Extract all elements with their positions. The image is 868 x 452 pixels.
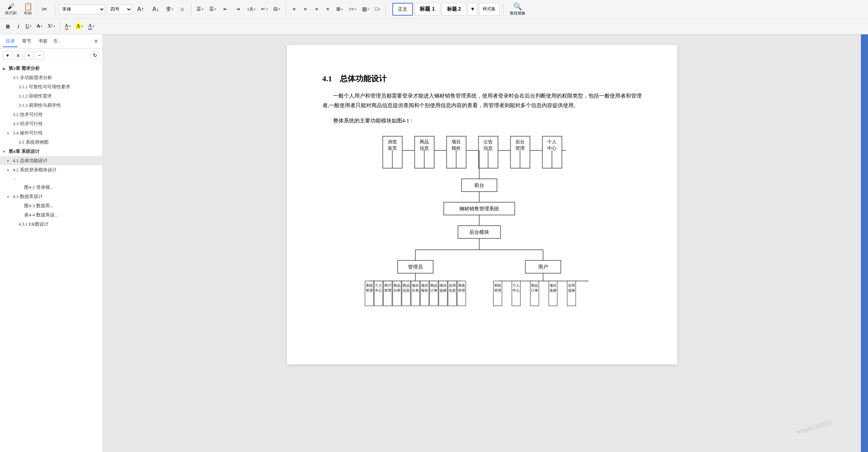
tab-toc[interactable]: 目录 — [3, 36, 18, 47]
decrease-font-btn[interactable]: A↓ — [149, 4, 162, 14]
super-sub-btn[interactable]: X² ▾ — [46, 21, 57, 31]
remove-btn[interactable]: − — [35, 51, 44, 60]
align-extra-btn[interactable]: ⊞ ▾ — [335, 4, 345, 14]
toc-item-35[interactable]: 3.5 系统用例图 — [0, 138, 103, 147]
highlight-btn[interactable]: A ▾ — [74, 21, 85, 31]
svg-text:选择: 选择 — [568, 288, 575, 292]
svg-text:公告: 公告 — [483, 139, 493, 144]
right-sidebar-tab[interactable] — [864, 70, 865, 76]
svg-text:首页: 首页 — [388, 145, 397, 151]
tab-chapter[interactable]: 章节 — [19, 36, 34, 47]
super-sub-arrow: ▾ — [54, 24, 55, 28]
find-replace-btn[interactable]: 🔍 查找替换 — [507, 1, 528, 17]
svg-text:管理: 管理 — [494, 288, 501, 292]
flowchart-container: 浏览 首页 商品 信息 项目 报价 公告 信息 — [322, 133, 642, 317]
align-left-btn[interactable]: ≡ — [289, 4, 299, 14]
toc-item-312[interactable]: 3.1.2 容错性需求 — [0, 92, 103, 101]
format-painter-btn[interactable]: 🖌 格式刷 — [3, 2, 19, 17]
cut-icon: ✂ — [42, 6, 48, 13]
flowchart-svg: 浏览 首页 商品 信息 项目 报价 公告 信息 — [361, 133, 603, 317]
add-btn[interactable]: + — [24, 51, 33, 60]
paste-btn[interactable]: 📋 粘贴 — [21, 2, 35, 17]
list-bullet-arrow: ▾ — [202, 7, 204, 11]
toc-item-311[interactable]: 3.1.1 可靠性与可用性要求 — [0, 82, 103, 92]
toc-item-fig42[interactable]: 图4-2 登录模... — [0, 183, 103, 192]
line-spacing-btn[interactable]: ↕≡ ▾ — [347, 4, 358, 14]
align-justify-btn[interactable]: ≡ — [323, 4, 332, 14]
align-right-btn[interactable]: ≡ — [312, 4, 321, 14]
cut-btn[interactable]: ✂ — [37, 5, 51, 14]
expand-btn[interactable]: ▾ — [3, 51, 12, 60]
toc-item-fig43[interactable]: 图4-3 数据库... — [0, 201, 103, 210]
font-color-btn[interactable]: A ▾ — [63, 21, 73, 31]
svg-text:项目: 项目 — [452, 139, 461, 144]
toc-item-ch3[interactable]: ▶ 第3章 需求分析 — [0, 64, 103, 73]
toc-label-42: 4.2 系统登录模块设计 — [13, 167, 57, 173]
indent-increase-btn[interactable]: ⇥ — [233, 4, 243, 14]
align-center-btn[interactable]: ≡ — [301, 4, 310, 14]
strikethrough-btn[interactable]: A ▾ — [35, 21, 44, 31]
shading-arrow: ▾ — [367, 7, 369, 11]
normal-style-btn[interactable]: 正文 — [392, 3, 413, 16]
font-size-select[interactable]: 四号 — [107, 4, 132, 14]
super-sub-label: X² — [48, 23, 52, 29]
sort-btn[interactable]: ↕A ▾ — [245, 4, 257, 14]
show-para-icon: ↵ — [261, 6, 265, 12]
panel-close-btn[interactable]: ✕ — [92, 37, 100, 46]
tab-bookmark[interactable]: 书签 — [35, 36, 50, 47]
clear-format-btn[interactable]: ◇ — [177, 4, 187, 14]
text-color-arrow: ▾ — [93, 24, 94, 28]
toc-item-34[interactable]: ▾ 3.4 操作可行性 — [0, 128, 103, 138]
paste-label: 粘贴 — [24, 10, 32, 16]
list-number-btn[interactable]: ☰ ▾ — [208, 4, 218, 14]
border-btn[interactable]: □ ▾ — [373, 4, 382, 14]
tab-find[interactable]: 查 › — [52, 37, 62, 46]
increase-font-btn[interactable]: A↑ — [134, 4, 147, 14]
styles-more-btn[interactable]: ▼ — [468, 3, 477, 16]
show-para-btn[interactable]: ↵ ▾ — [259, 4, 270, 14]
paragraph2: 整体系统的主要功能模块如图4-1： — [322, 116, 642, 126]
toc-item-31[interactable]: 3.1 非功能需求分析 — [0, 73, 103, 82]
font-family-select[interactable]: 宋体 — [59, 4, 105, 14]
shading-btn[interactable]: ▨ ▾ — [360, 4, 371, 14]
underline-btn[interactable]: U ▾ — [24, 21, 33, 31]
line-spacing-arrow: ▾ — [355, 7, 356, 11]
toc-item-43[interactable]: ▾ 4.3 数据库设计 — [0, 192, 103, 201]
toc-label-33: 3.3 经济可行性 — [13, 121, 43, 127]
italic-btn[interactable]: I — [15, 21, 22, 31]
toc-item-ch4[interactable]: ▾ 第4章 系统设计 — [0, 147, 103, 156]
content-area[interactable]: 4.1 总体功能设计 一般个人用户和管理员都需要登录才能进入钢材销售管理系统，使… — [103, 34, 861, 452]
separator2 — [191, 3, 191, 16]
underline-label: U — [26, 23, 29, 29]
change-case-btn[interactable]: 变 ▾ — [164, 4, 175, 14]
bold-btn[interactable]: B — [3, 21, 13, 31]
list-number-icon: ☰ — [209, 6, 214, 12]
refresh-btn[interactable]: ↻ — [90, 51, 100, 60]
title1-style-btn[interactable]: 标题 1 — [414, 3, 440, 16]
toc-item-32[interactable]: 3.2 技术可行性 — [0, 110, 103, 119]
toc-item-42[interactable]: ▾ 4.2 系统登录模块设计 — [0, 165, 103, 175]
columns-btn[interactable]: ⊟ ▾ — [272, 4, 282, 14]
toc-item-tab44[interactable]: 表4-4 数据库设... — [0, 210, 103, 220]
indent-decrease-btn[interactable]: ⇤ — [220, 4, 231, 14]
list-number-arrow: ▾ — [215, 7, 216, 11]
shading-icon: ▨ — [362, 6, 367, 12]
find-icon: 🔍 — [513, 2, 522, 11]
toc-item-41[interactable]: ▾ 4.1 总体功能设计 — [0, 156, 103, 165]
separator3 — [286, 3, 286, 16]
separator-row2 — [60, 21, 60, 31]
svg-text:钢材销售管理系统: 钢材销售管理系统 — [459, 206, 499, 211]
document-page: 4.1 总体功能设计 一般个人用户和管理员都需要登录才能进入钢材销售管理系统，使… — [287, 45, 677, 364]
title2-style-btn[interactable]: 标题 2 — [442, 3, 466, 16]
svg-text:管理: 管理 — [515, 145, 525, 151]
toc-item-313[interactable]: 3.1.3 易用性与易学性 — [0, 101, 103, 110]
styles-gallery-btn[interactable]: 样式集 — [479, 3, 499, 16]
text-color-btn[interactable]: A ▾ — [87, 21, 96, 31]
toc-item-431[interactable]: 4.3.1 ER图设计 — [0, 220, 103, 229]
list-bullet-btn[interactable]: ☰ ▾ — [195, 4, 205, 14]
paste-icon: 📋 — [24, 3, 33, 10]
up-btn[interactable]: ∧ — [13, 51, 23, 60]
toc-item-33[interactable]: 3.3 经济可行性 — [0, 119, 103, 128]
left-panel: 目录 章节 书签 查 › ✕ ▾ ∧ + − ↻ ▶ 第3章 需求分析 3.1 … — [0, 34, 103, 452]
watermark: wqq6310855 — [795, 418, 833, 436]
